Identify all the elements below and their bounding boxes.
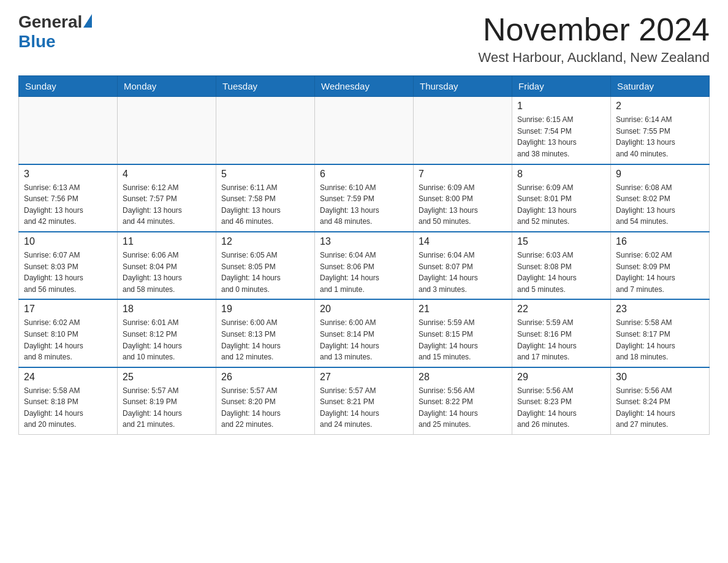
day-info: Sunrise: 6:08 AM Sunset: 8:02 PM Dayligh… [616,182,704,228]
day-info: Sunrise: 5:56 AM Sunset: 8:23 PM Dayligh… [517,385,605,431]
logo-blue-text: Blue [18,32,56,52]
day-info: Sunrise: 5:59 AM Sunset: 8:15 PM Dayligh… [419,317,507,362]
day-number: 21 [419,304,507,315]
calendar-cell: 9Sunrise: 6:08 AM Sunset: 8:02 PM Daylig… [611,164,710,232]
day-number: 19 [221,304,309,315]
day-info: Sunrise: 6:03 AM Sunset: 8:08 PM Dayligh… [517,250,605,295]
day-number: 15 [517,236,605,247]
day-info: Sunrise: 5:56 AM Sunset: 8:22 PM Dayligh… [419,385,507,431]
day-number: 22 [517,304,605,315]
calendar-cell: 12Sunrise: 6:05 AM Sunset: 8:05 PM Dayli… [216,232,315,299]
day-number: 16 [616,236,704,247]
day-number: 29 [517,372,605,383]
day-number: 27 [320,372,408,383]
calendar-cell [19,97,118,164]
day-info: Sunrise: 6:01 AM Sunset: 8:12 PM Dayligh… [123,317,211,362]
calendar-cell: 20Sunrise: 6:00 AM Sunset: 8:14 PM Dayli… [315,299,414,367]
day-number: 10 [24,236,112,247]
calendar-cell: 24Sunrise: 5:58 AM Sunset: 8:18 PM Dayli… [19,367,118,435]
day-info: Sunrise: 5:57 AM Sunset: 8:19 PM Dayligh… [123,385,211,431]
day-info: Sunrise: 5:58 AM Sunset: 8:17 PM Dayligh… [616,317,704,362]
day-number: 14 [419,236,507,247]
col-header-wednesday: Wednesday [315,76,414,97]
day-number: 24 [24,372,112,383]
day-info: Sunrise: 6:09 AM Sunset: 8:00 PM Dayligh… [419,182,507,228]
day-info: Sunrise: 5:57 AM Sunset: 8:21 PM Dayligh… [320,385,408,431]
day-number: 18 [123,304,211,315]
day-number: 23 [616,304,704,315]
day-info: Sunrise: 5:59 AM Sunset: 8:16 PM Dayligh… [517,317,605,362]
calendar-subtitle: West Harbour, Auckland, New Zealand [479,50,710,66]
calendar-cell: 25Sunrise: 5:57 AM Sunset: 8:19 PM Dayli… [118,367,216,435]
calendar-cell: 28Sunrise: 5:56 AM Sunset: 8:22 PM Dayli… [414,367,512,435]
col-header-tuesday: Tuesday [216,76,315,97]
day-number: 6 [320,169,408,180]
calendar-cell: 21Sunrise: 5:59 AM Sunset: 8:15 PM Dayli… [414,299,512,367]
col-header-friday: Friday [512,76,611,97]
day-number: 25 [123,372,211,383]
day-info: Sunrise: 6:06 AM Sunset: 8:04 PM Dayligh… [123,250,211,295]
day-number: 8 [517,169,605,180]
day-number: 1 [517,101,605,112]
logo-triangle-icon [83,14,92,28]
col-header-thursday: Thursday [414,76,512,97]
day-info: Sunrise: 6:00 AM Sunset: 8:13 PM Dayligh… [221,317,309,362]
logo: General Blue [18,12,92,52]
day-info: Sunrise: 6:15 AM Sunset: 7:54 PM Dayligh… [517,114,605,159]
calendar-cell: 4Sunrise: 6:12 AM Sunset: 7:57 PM Daylig… [118,164,216,232]
day-number: 17 [24,304,112,315]
calendar-cell: 3Sunrise: 6:13 AM Sunset: 7:56 PM Daylig… [19,164,118,232]
day-number: 13 [320,236,408,247]
day-number: 5 [221,169,309,180]
day-info: Sunrise: 6:04 AM Sunset: 8:07 PM Dayligh… [419,250,507,295]
calendar-cell: 19Sunrise: 6:00 AM Sunset: 8:13 PM Dayli… [216,299,315,367]
day-info: Sunrise: 6:10 AM Sunset: 7:59 PM Dayligh… [320,182,408,228]
calendar-cell: 13Sunrise: 6:04 AM Sunset: 8:06 PM Dayli… [315,232,414,299]
week-row-5: 24Sunrise: 5:58 AM Sunset: 8:18 PM Dayli… [19,367,710,435]
calendar-cell [118,97,216,164]
day-info: Sunrise: 6:02 AM Sunset: 8:09 PM Dayligh… [616,250,704,295]
calendar-cell: 11Sunrise: 6:06 AM Sunset: 8:04 PM Dayli… [118,232,216,299]
day-info: Sunrise: 6:13 AM Sunset: 7:56 PM Dayligh… [24,182,112,228]
day-number: 9 [616,169,704,180]
calendar-cell: 5Sunrise: 6:11 AM Sunset: 7:58 PM Daylig… [216,164,315,232]
calendar-cell: 16Sunrise: 6:02 AM Sunset: 8:09 PM Dayli… [611,232,710,299]
calendar-cell [315,97,414,164]
week-row-2: 3Sunrise: 6:13 AM Sunset: 7:56 PM Daylig… [19,164,710,232]
calendar-cell: 30Sunrise: 5:56 AM Sunset: 8:24 PM Dayli… [611,367,710,435]
day-info: Sunrise: 6:12 AM Sunset: 7:57 PM Dayligh… [123,182,211,228]
calendar-cell: 29Sunrise: 5:56 AM Sunset: 8:23 PM Dayli… [512,367,611,435]
calendar-cell: 14Sunrise: 6:04 AM Sunset: 8:07 PM Dayli… [414,232,512,299]
day-number: 4 [123,169,211,180]
calendar-cell [216,97,315,164]
day-number: 7 [419,169,507,180]
day-info: Sunrise: 5:57 AM Sunset: 8:20 PM Dayligh… [221,385,309,431]
calendar-cell: 6Sunrise: 6:10 AM Sunset: 7:59 PM Daylig… [315,164,414,232]
day-info: Sunrise: 5:56 AM Sunset: 8:24 PM Dayligh… [616,385,704,431]
day-info: Sunrise: 6:07 AM Sunset: 8:03 PM Dayligh… [24,250,112,295]
day-info: Sunrise: 6:02 AM Sunset: 8:10 PM Dayligh… [24,317,112,362]
calendar-cell: 27Sunrise: 5:57 AM Sunset: 8:21 PM Dayli… [315,367,414,435]
calendar-table: SundayMondayTuesdayWednesdayThursdayFrid… [18,75,710,435]
col-header-saturday: Saturday [611,76,710,97]
calendar-title: November 2024 [479,12,710,47]
calendar-cell: 15Sunrise: 6:03 AM Sunset: 8:08 PM Dayli… [512,232,611,299]
week-row-1: 1Sunrise: 6:15 AM Sunset: 7:54 PM Daylig… [19,97,710,164]
calendar-cell: 1Sunrise: 6:15 AM Sunset: 7:54 PM Daylig… [512,97,611,164]
day-number: 12 [221,236,309,247]
col-header-sunday: Sunday [19,76,118,97]
day-number: 3 [24,169,112,180]
day-info: Sunrise: 6:11 AM Sunset: 7:58 PM Dayligh… [221,182,309,228]
calendar-cell: 10Sunrise: 6:07 AM Sunset: 8:03 PM Dayli… [19,232,118,299]
day-info: Sunrise: 5:58 AM Sunset: 8:18 PM Dayligh… [24,385,112,431]
title-block: November 2024 West Harbour, Auckland, Ne… [479,12,710,66]
calendar-cell [414,97,512,164]
calendar-header-row: SundayMondayTuesdayWednesdayThursdayFrid… [19,76,710,97]
page-header: General Blue November 2024 West Harbour,… [18,12,710,66]
day-number: 20 [320,304,408,315]
calendar-cell: 26Sunrise: 5:57 AM Sunset: 8:20 PM Dayli… [216,367,315,435]
week-row-4: 17Sunrise: 6:02 AM Sunset: 8:10 PM Dayli… [19,299,710,367]
calendar-cell: 23Sunrise: 5:58 AM Sunset: 8:17 PM Dayli… [611,299,710,367]
day-info: Sunrise: 6:05 AM Sunset: 8:05 PM Dayligh… [221,250,309,295]
day-info: Sunrise: 6:14 AM Sunset: 7:55 PM Dayligh… [616,114,704,159]
